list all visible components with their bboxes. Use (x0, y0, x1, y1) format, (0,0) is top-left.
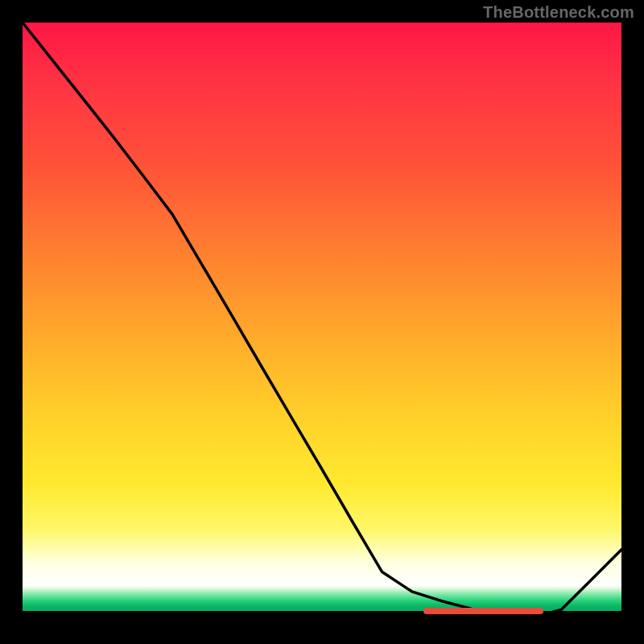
app-root: TheBottleneck.com (0, 0, 644, 644)
watermark-label: TheBottleneck.com (483, 3, 634, 22)
chart-gradient-fill (23, 23, 621, 585)
chart-area (23, 23, 621, 621)
chart-floor-marker (423, 608, 543, 614)
